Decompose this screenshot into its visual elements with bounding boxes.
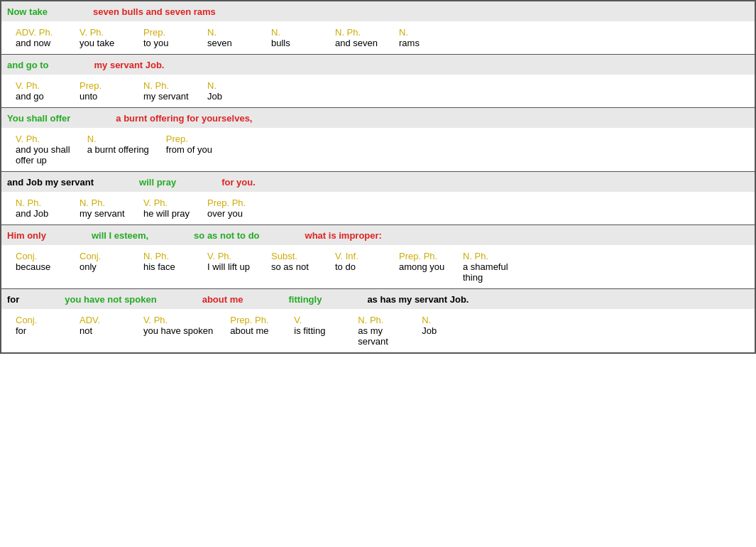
section-section4: and Job my servantwill prayfor you.N. Ph… bbox=[1, 172, 755, 225]
cell-text-0-2: to you bbox=[143, 38, 168, 48]
cell-label-0-6: N. bbox=[399, 27, 408, 38]
cell-text-4-6: among you bbox=[399, 261, 444, 272]
header-phrase-4-1: will I esteem, bbox=[92, 230, 148, 241]
cell-label-2-0: V. Ph. bbox=[16, 134, 40, 144]
section-section3: You shall offera burnt offering for your… bbox=[1, 108, 755, 172]
cell-4-0: Conj.because bbox=[7, 248, 71, 283]
cell-label-2-2: Prep. bbox=[166, 134, 188, 144]
cell-label-4-5: V. Inf. bbox=[335, 251, 358, 261]
cell-5-0: Conj.for bbox=[7, 312, 71, 347]
header-phrase-5-3: fittingly bbox=[288, 294, 322, 305]
cell-2-0: V. Ph.and you shalloffer up bbox=[7, 131, 79, 166]
cell-text-3-1: my servant bbox=[80, 208, 125, 219]
cell-label-3-2: V. Ph. bbox=[143, 197, 168, 208]
cell-label-4-3: V. Ph. bbox=[207, 251, 231, 261]
header-phrase-0-0: Now take bbox=[7, 6, 48, 17]
cell-label-1-0: V. Ph. bbox=[16, 80, 40, 91]
cell-label-2-1: N. bbox=[87, 134, 97, 144]
cell-5-3: Prep. Ph.about me bbox=[221, 312, 285, 347]
header-section5: Him onlywill I esteem,so as not to dowha… bbox=[1, 225, 755, 245]
cell-text-0-0: and now bbox=[16, 38, 50, 48]
cell-0-1: V. Ph.you take bbox=[71, 24, 135, 48]
cell-text-0-4: bulls bbox=[271, 38, 290, 48]
cell-0-5: N. Ph.and seven bbox=[327, 24, 390, 48]
header-phrase-3-1: will pray bbox=[139, 177, 176, 188]
section-section1: Now takeseven bulls and seven ramsADV. P… bbox=[1, 1, 755, 55]
header-phrase-1-1: my servant Job. bbox=[94, 60, 165, 70]
body-section3: V. Ph.and you shalloffer upN.a burnt off… bbox=[1, 128, 755, 171]
body-section4: N. Ph.and JobN. Ph.my servantV. Ph.he wi… bbox=[1, 192, 755, 224]
cell-label-1-1: Prep. bbox=[80, 80, 102, 91]
cell-label-0-3: N. bbox=[207, 27, 217, 38]
cell-text-0-3: seven bbox=[207, 38, 232, 48]
cell-0-4: N.bulls bbox=[263, 24, 327, 48]
header-section6: foryou have not spokenabout mefittinglya… bbox=[1, 289, 755, 309]
cell-label-1-2: N. Ph. bbox=[143, 80, 169, 91]
header-phrase-0-1: seven bulls and seven rams bbox=[93, 6, 216, 17]
header-phrase-4-0: Him only bbox=[7, 230, 46, 241]
cell-label-0-1: V. Ph. bbox=[80, 27, 104, 38]
cell-text-2-2: from of you bbox=[166, 144, 212, 155]
cell-4-1: Conj.only bbox=[71, 248, 135, 283]
cell-text-4-1: only bbox=[80, 261, 97, 272]
cell-text-4-7: a shamefulthing bbox=[463, 261, 508, 283]
header-section4: and Job my servantwill prayfor you. bbox=[1, 172, 755, 192]
body-section5: Conj.becauseConj.onlyN. Ph.his faceV. Ph… bbox=[1, 245, 755, 288]
cell-5-4: V.is fitting bbox=[285, 312, 349, 347]
cell-label-3-0: N. Ph. bbox=[16, 197, 41, 208]
cell-5-1: ADV.not bbox=[71, 312, 135, 347]
cell-0-2: Prep.to you bbox=[135, 24, 199, 48]
cell-0-0: ADV. Ph.and now bbox=[7, 24, 71, 48]
cell-label-3-3: Prep. Ph. bbox=[207, 197, 246, 208]
cell-label-4-2: N. Ph. bbox=[143, 251, 169, 261]
cell-3-1: N. Ph.my servant bbox=[71, 195, 135, 219]
header-phrase-3-2: for you. bbox=[221, 177, 256, 188]
cell-3-2: V. Ph.he will pray bbox=[135, 195, 199, 219]
header-phrase-3-0: and Job my servant bbox=[7, 177, 94, 188]
cell-2-1: N.a burnt offering bbox=[79, 131, 158, 166]
cell-label-4-7: N. Ph. bbox=[463, 251, 488, 261]
cell-text-2-0: and you shalloffer up bbox=[16, 144, 70, 166]
cell-text-5-0: for bbox=[16, 325, 26, 336]
cell-label-5-2: V. Ph. bbox=[143, 315, 168, 325]
cell-2-2: Prep.from of you bbox=[158, 131, 221, 166]
cell-label-0-5: N. Ph. bbox=[335, 27, 361, 38]
header-phrase-1-0: and go to bbox=[7, 60, 49, 70]
cell-text-5-3: about me bbox=[230, 325, 268, 336]
header-phrase-4-3: what is improper: bbox=[305, 230, 382, 241]
cell-4-2: N. Ph.his face bbox=[135, 248, 199, 283]
cell-4-4: Subst.so as not bbox=[263, 248, 327, 283]
header-phrase-5-0: for bbox=[7, 294, 19, 305]
cell-text-0-5: and seven bbox=[335, 38, 378, 48]
cell-label-0-4: N. bbox=[271, 27, 280, 38]
header-phrase-2-1: a burnt offering for yourselves, bbox=[116, 113, 252, 124]
cell-4-7: N. Ph.a shamefulthing bbox=[454, 248, 518, 283]
cell-label-4-4: Subst. bbox=[271, 251, 297, 261]
cell-5-6: N.Job bbox=[413, 312, 477, 347]
cell-3-3: Prep. Ph.over you bbox=[199, 195, 263, 219]
cell-text-3-0: and Job bbox=[16, 208, 48, 219]
cell-label-3-1: N. Ph. bbox=[80, 197, 105, 208]
cell-text-1-2: my servant bbox=[143, 91, 189, 102]
body-section2: V. Ph.and goPrep.untoN. Ph.my servantN.J… bbox=[1, 75, 755, 107]
cell-4-3: V. Ph.I will lift up bbox=[199, 248, 263, 283]
cell-label-5-6: N. bbox=[422, 315, 431, 325]
cell-label-5-0: Conj. bbox=[16, 315, 37, 325]
cell-4-5: V. Inf.to do bbox=[327, 248, 390, 283]
cell-4-6: Prep. Ph.among you bbox=[390, 248, 454, 283]
cell-label-5-5: N. Ph. bbox=[358, 315, 383, 325]
cell-label-4-1: Conj. bbox=[80, 251, 101, 261]
cell-1-1: Prep.unto bbox=[71, 77, 135, 102]
cell-label-1-3: N. bbox=[207, 80, 217, 91]
header-section3: You shall offera burnt offering for your… bbox=[1, 108, 755, 128]
cell-label-5-1: ADV. bbox=[80, 315, 100, 325]
cell-text-1-3: Job bbox=[207, 91, 222, 102]
cell-text-0-1: you take bbox=[80, 38, 114, 48]
header-section2: and go tomy servant Job. bbox=[1, 55, 755, 75]
cell-5-5: N. Ph.as myservant bbox=[349, 312, 413, 347]
body-section1: ADV. Ph.and nowV. Ph.you takePrep.to you… bbox=[1, 21, 755, 54]
cell-text-4-5: to do bbox=[335, 261, 356, 272]
cell-text-3-2: he will pray bbox=[143, 208, 190, 219]
cell-0-6: N.rams bbox=[390, 24, 454, 48]
cell-text-1-1: unto bbox=[80, 91, 97, 102]
